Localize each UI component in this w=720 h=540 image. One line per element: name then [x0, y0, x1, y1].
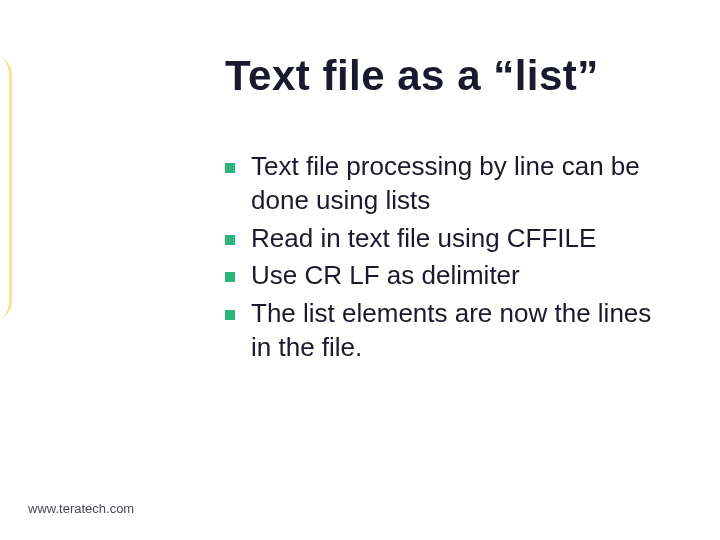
bullet-icon — [225, 310, 235, 320]
slide-title: Text file as a “list” — [225, 52, 599, 100]
list-item: The list elements are now the lines in t… — [225, 297, 675, 365]
slide: Text file as a “list” Text file processi… — [0, 0, 720, 540]
list-item-text: Use CR LF as delimiter — [251, 259, 520, 293]
list-item-text: Read in text file using CFFILE — [251, 222, 596, 256]
list-item: Use CR LF as delimiter — [225, 259, 675, 293]
bullet-icon — [225, 235, 235, 245]
accent-curve — [0, 58, 12, 318]
list-item: Read in text file using CFFILE — [225, 222, 675, 256]
list-item-text: Text file processing by line can be done… — [251, 150, 675, 218]
bullet-icon — [225, 163, 235, 173]
list-item: Text file processing by line can be done… — [225, 150, 675, 218]
list-item-text: The list elements are now the lines in t… — [251, 297, 675, 365]
footer-url: www.teratech.com — [28, 501, 134, 516]
bullet-icon — [225, 272, 235, 282]
bullet-list: Text file processing by line can be done… — [225, 150, 675, 369]
